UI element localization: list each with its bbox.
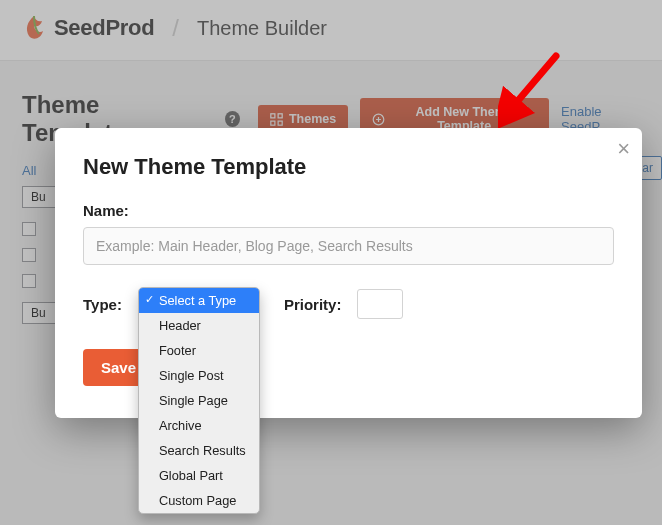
priority-label: Priority: [284,296,342,313]
type-option-header[interactable]: Header [139,313,259,338]
type-label: Type: [83,296,122,313]
type-option-single-post[interactable]: Single Post [139,363,259,388]
new-template-modal: × New Theme Template Name: Type: Select … [55,128,642,418]
close-icon[interactable]: × [617,136,630,162]
type-option-custom-page[interactable]: Custom Page [139,488,259,513]
name-label: Name: [83,202,614,219]
modal-title: New Theme Template [83,154,614,180]
type-option-single-page[interactable]: Single Page [139,388,259,413]
type-dropdown: Select a Type Header Footer Single Post … [138,287,260,514]
type-option-footer[interactable]: Footer [139,338,259,363]
name-input[interactable] [83,227,614,265]
type-option-archive[interactable]: Archive [139,413,259,438]
priority-input[interactable] [357,289,403,319]
type-option-search-results[interactable]: Search Results [139,438,259,463]
type-option-global-part[interactable]: Global Part [139,463,259,488]
type-option-select[interactable]: Select a Type [139,288,259,313]
